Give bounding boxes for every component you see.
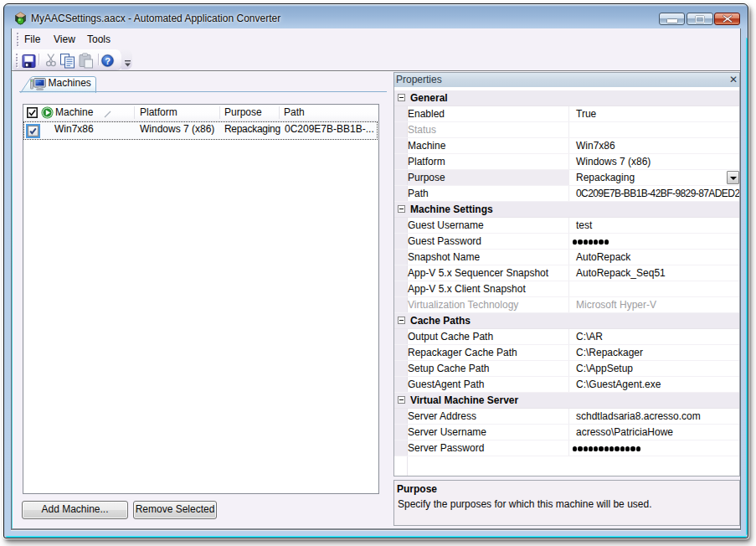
svg-text:?: ? [105,56,111,66]
